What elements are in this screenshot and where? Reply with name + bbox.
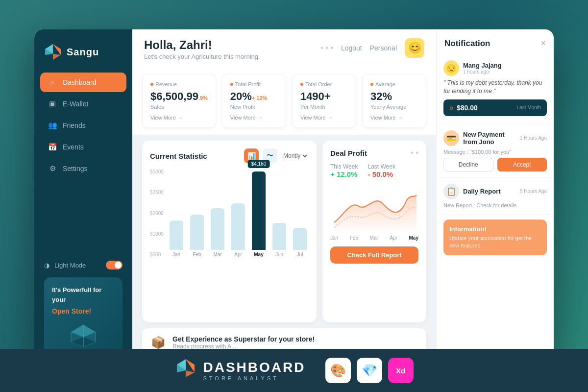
- stat-view-2[interactable]: View More →: [300, 115, 348, 121]
- deal-this-week: This Week + 12.0%: [330, 163, 358, 178]
- sidebar-item-dashboard[interactable]: ⌂ Dashboard: [40, 73, 126, 92]
- main-content: Holla, Zahri! Let's check your Agricultu…: [132, 29, 436, 363]
- sketch-icon: 💎: [357, 358, 382, 383]
- stat-view-1[interactable]: View More →: [230, 115, 278, 121]
- sidebar-item-ewallet[interactable]: ▣ E-Wallet: [40, 94, 126, 114]
- line-chart: [330, 184, 418, 233]
- logo-icon: [44, 43, 62, 61]
- notif-item-0: 😒 Mang Jajang 1 hours ago. " This is my …: [437, 54, 554, 124]
- pay-arrow-icon: »: [449, 103, 454, 112]
- sidebar-bottom: ◑ Light Mode It's Powerfull for your Ope…: [34, 253, 132, 363]
- light-mode-toggle[interactable]: ◑ Light Mode: [44, 261, 122, 270]
- notif-close-button[interactable]: ×: [540, 38, 546, 49]
- stat-label-0: Revenue: [155, 81, 177, 87]
- notif-avatar-0: 😒: [443, 60, 459, 76]
- bar-may: $4,160 May: [252, 172, 266, 257]
- notif-item-header-0: 😒 Mang Jajang 1 hours ago.: [443, 60, 547, 76]
- decline-button[interactable]: Decline: [443, 158, 493, 172]
- personal-button[interactable]: Personal: [370, 44, 397, 52]
- stats-row: Revenue $6,500,99.9% Sales View More → T…: [132, 67, 436, 135]
- deal-title: Deal Profit: [330, 149, 367, 157]
- light-mode-icon: ◑: [44, 262, 49, 269]
- svg-marker-0: [53, 44, 61, 55]
- brand-name: Sangu: [67, 47, 99, 58]
- promo-card: It's Powerfull for your Open Store!: [44, 277, 122, 355]
- notif-title: Notification: [444, 39, 490, 49]
- notif-name-1: New Payment from Jono: [463, 131, 516, 146]
- notif-msg-0: " This is my debt yesterday, thank you f…: [443, 79, 547, 96]
- bar-jan: Jan: [170, 220, 183, 257]
- analyst-label: STORE ANALYST: [203, 375, 306, 381]
- deal-this-week-label: This Week: [330, 163, 358, 170]
- stat-value-0: $6,500,99.9%: [150, 90, 208, 103]
- bar-apr: Apr: [231, 203, 245, 257]
- deal-this-week-val: + 12.0%: [330, 170, 358, 178]
- friends-icon: 👥: [48, 121, 57, 130]
- pay-sub: Last Month: [517, 105, 541, 110]
- period-select[interactable]: Montly: [281, 152, 309, 160]
- notif-header: Notification ×: [437, 29, 554, 54]
- deal-chart-header: Deal Profit • •: [330, 148, 418, 157]
- bottom-logo-icon: [175, 358, 196, 384]
- bar-jul: Jul: [293, 228, 307, 257]
- user-avatar[interactable]: 😊: [405, 38, 424, 58]
- sidebar-nav: ⌂ Dashboard ▣ E-Wallet 👥 Friends 📅 Event…: [34, 73, 132, 178]
- chart-title: Current Statistic: [150, 152, 207, 160]
- events-icon: 📅: [48, 143, 57, 151]
- notif-item-header-2: 📋 Daily Report 5 Hours Ago: [443, 184, 547, 199]
- payment-row-0[interactable]: » $80.00 Last Month: [443, 99, 547, 116]
- deal-last-week-label: Last Week: [368, 163, 395, 170]
- deal-more-options[interactable]: • •: [411, 148, 418, 157]
- notif-time-0: 1 hours ago.: [463, 69, 502, 74]
- notif-item-header-1: 💳 New Payment from Jono 1 Hours Ago: [443, 130, 547, 146]
- stat-sub-1: New Profit: [230, 104, 278, 110]
- main-header: Holla, Zahri! Let's check your Agricultu…: [132, 29, 436, 67]
- sidebar-item-friends[interactable]: 👥 Friends: [40, 116, 126, 135]
- sidebar-label-friends: Friends: [63, 122, 86, 129]
- bottom-bar: DASHBOARD STORE ANALYST 🎨 💎 Xd: [0, 349, 588, 392]
- light-mode-label: Light Mode: [54, 262, 86, 269]
- greeting-title: Holla, Zahri!: [144, 38, 260, 52]
- bar-tooltip: $4,160: [248, 160, 270, 168]
- dashboard-icon: ⌂: [48, 78, 57, 87]
- bar-mar: Mar: [211, 208, 224, 257]
- promo-highlight: Open Store!: [52, 306, 115, 317]
- promo-title: It's Powerfull for your: [52, 285, 115, 304]
- deal-chart-card: Deal Profit • • This Week + 12.0% Last W…: [322, 141, 426, 322]
- greeting: Holla, Zahri! Let's check your Agricultu…: [144, 38, 260, 60]
- logo-area: Sangu: [34, 29, 132, 73]
- toggle-switch[interactable]: [106, 261, 122, 270]
- header-right: • • • Logout Personal 😊: [320, 38, 424, 58]
- stat-card-profit: Total Profit 20%+ 12% New Profit View Mo…: [222, 74, 286, 128]
- stat-view-3[interactable]: View More →: [370, 115, 418, 121]
- notif-info-card: Information! Update your application for…: [443, 220, 547, 256]
- sidebar-label-ewallet: E-Wallet: [63, 100, 88, 108]
- settings-icon: ⚙: [48, 164, 57, 173]
- check-report-button[interactable]: Check Full Report: [330, 246, 418, 264]
- notif-actions-1: Decline Accept: [443, 158, 547, 172]
- promo-box-icon: [52, 322, 115, 347]
- logout-button[interactable]: Logout: [341, 44, 362, 52]
- accept-button[interactable]: Accept: [497, 158, 547, 172]
- sidebar-label-events: Events: [63, 143, 84, 151]
- notif-msg-1: Message : "$100.00 for you": [443, 149, 547, 155]
- stat-view-0[interactable]: View More →: [150, 115, 208, 121]
- notif-time-1: 1 Hours Ago: [520, 135, 547, 141]
- stat-value-3: 32%: [370, 90, 418, 103]
- svg-marker-11: [186, 370, 195, 377]
- notif-time-2: 5 Hours Ago: [520, 189, 547, 194]
- stat-card-order: Total Order 1490+ Per Month View More →: [292, 74, 356, 128]
- greeting-subtitle: Let's check your Agriculture this mornin…: [144, 53, 260, 60]
- notif-item-2: 📋 Daily Report 5 Hours Ago New Report : …: [437, 178, 554, 215]
- stat-value-2: 1490+: [300, 90, 348, 103]
- sidebar-item-settings[interactable]: ⚙ Settings: [40, 159, 126, 178]
- notif-item-1: 💳 New Payment from Jono 1 Hours Ago Mess…: [437, 124, 554, 178]
- bottom-logo: DASHBOARD STORE ANALYST: [175, 358, 306, 384]
- sidebar-item-events[interactable]: 📅 Events: [40, 137, 126, 157]
- deal-months: Jan Feb Mar Apr May: [330, 235, 418, 241]
- more-options[interactable]: • • •: [320, 44, 333, 52]
- stat-label-2: Total Order: [305, 81, 332, 87]
- dashboard-label: DASHBOARD: [203, 360, 306, 375]
- notif-info-text: Update your application for get the new …: [449, 235, 541, 250]
- notif-name-0: Mang Jajang: [463, 62, 502, 69]
